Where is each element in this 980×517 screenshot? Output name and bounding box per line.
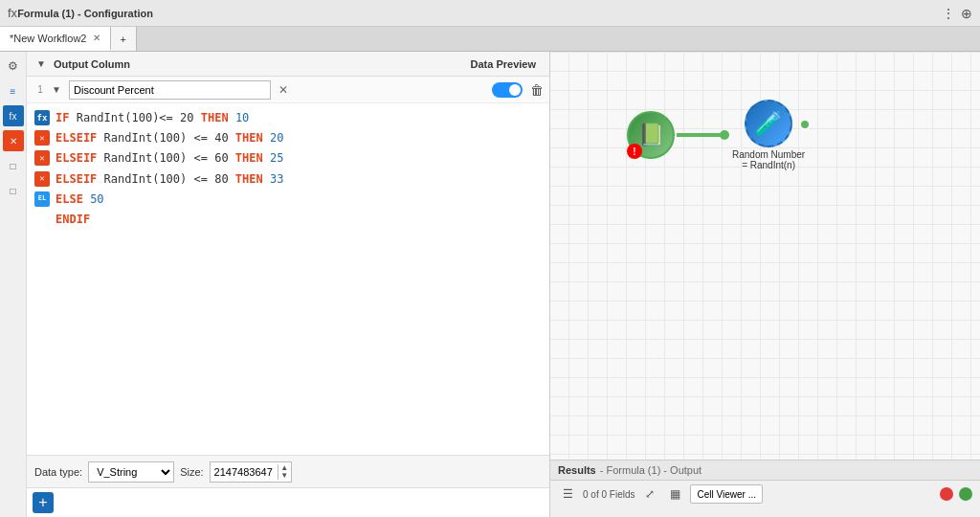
- formula-line-1: fx IF RandInt(100)<= 20 THEN 10: [34, 109, 542, 127]
- formula-code-6: ENDIF: [56, 211, 90, 229]
- connector-line: [677, 133, 724, 137]
- enable-toggle[interactable]: [492, 82, 523, 98]
- tab-label: *New Workflow2: [10, 33, 87, 44]
- else-icon-5: EL: [34, 191, 50, 207]
- dots-icon[interactable]: ⋮: [942, 6, 955, 21]
- node-group: 📗 ! 🧪 Random Number= RandInt(n): [627, 100, 805, 170]
- panel-title: Formula (1) - Configuration: [17, 8, 942, 19]
- bottom-panel: Results - Formula (1) - Output ☰ 0 of 0 …: [550, 460, 980, 517]
- clear-button[interactable]: ✕: [275, 81, 292, 99]
- tab-bar: *New Workflow2 ✕ +: [0, 27, 980, 52]
- x-icon-4: ✕: [34, 171, 50, 187]
- size-input[interactable]: [211, 462, 278, 482]
- connector-dot-right: [720, 130, 729, 140]
- formula-code-3: ELSEIF RandInt(100) <= 60 THEN 25: [56, 149, 283, 168]
- top-bar: fx Formula (1) - Configuration ⋮ ⊕: [0, 0, 980, 27]
- no-icon-6: [34, 212, 50, 227]
- datatype-select[interactable]: V_String Int32 Int64 Double String Date …: [88, 461, 174, 483]
- tab-workflow2[interactable]: *New Workflow2 ✕: [0, 27, 111, 51]
- field-name-input[interactable]: [69, 80, 271, 100]
- cell-viewer-button[interactable]: Cell Viewer ...: [690, 484, 763, 504]
- bottom-toolbar: ☰ 0 of 0 Fields ⤢ ▦ Cell Viewer ...: [550, 481, 980, 507]
- fx-icon-1: fx: [34, 110, 50, 125]
- status-green-icon: [959, 487, 972, 501]
- fields-count: 0 of 0 Fields: [583, 489, 635, 500]
- left-panel: ⚙ ≡ fx ✕ □ □ ▼ Output Column Data Previe…: [0, 52, 550, 517]
- input-row: 1 ▼ ✕ 🗑: [27, 77, 549, 103]
- input-toggle[interactable]: ▼: [52, 84, 65, 95]
- bottom-panel-header: Results - Formula (1) - Output: [550, 461, 980, 481]
- main-layout: ⚙ ≡ fx ✕ □ □ ▼ Output Column Data Previe…: [0, 52, 980, 517]
- formula-panel: ▼ Output Column Data Preview 1 ▼ ✕ 🗑: [27, 52, 549, 517]
- delete-icon[interactable]: 🗑: [530, 82, 544, 98]
- size-label: Size:: [180, 466, 203, 478]
- canvas-area[interactable]: 📗 ! 🧪 Random Number= RandInt(n): [550, 52, 980, 460]
- sidebar-box1-icon[interactable]: □: [3, 155, 24, 176]
- formula-line-4: ✕ ELSEIF RandInt(100) <= 80 THEN 33: [34, 170, 542, 189]
- formula-code-5: ELSE 50: [56, 191, 104, 209]
- tab-add-label: +: [121, 34, 126, 45]
- sidebar-x-icon[interactable]: ✕: [3, 130, 24, 151]
- formula-line-6: ENDIF: [34, 211, 542, 229]
- x-icon-2: ✕: [34, 130, 50, 146]
- right-panel-inner: 📗 ! 🧪 Random Number= RandInt(n): [550, 52, 980, 517]
- sidebar-box2-icon[interactable]: □: [3, 180, 24, 201]
- formula-editor[interactable]: fx IF RandInt(100)<= 20 THEN 10 ✕ ELSEIF…: [27, 103, 549, 455]
- formula-code-4: ELSEIF RandInt(100) <= 80 THEN 33: [56, 170, 283, 189]
- formula-line-3: ✕ ELSEIF RandInt(100) <= 60 THEN 25: [34, 149, 542, 168]
- formula-node-label: Random Number= RandInt(n): [732, 149, 805, 170]
- datatype-label: Data type:: [34, 466, 82, 478]
- datatype-row: Data type: V_String Int32 Int64 Double S…: [27, 455, 549, 487]
- add-btn-row: +: [27, 487, 549, 517]
- node-error-badge: !: [627, 144, 642, 159]
- formula-code-2: ELSEIF RandInt(100) <= 40 THEN 20: [56, 129, 283, 147]
- status-red-icon: [940, 487, 953, 501]
- sidebar-strip: ⚙ ≡ fx ✕ □ □: [0, 52, 27, 517]
- tab-close-icon[interactable]: ✕: [93, 33, 100, 43]
- column-header-row: ▼ Output Column Data Preview: [27, 52, 549, 77]
- x-icon-3: ✕: [34, 150, 50, 166]
- row-number: 1: [33, 84, 48, 95]
- results-title: Results: [558, 464, 596, 476]
- results-filter-icon[interactable]: ▦: [665, 484, 684, 504]
- formula-icon: fx: [8, 6, 17, 20]
- right-panel: 📗 ! 🧪 Random Number= RandInt(n): [550, 52, 980, 517]
- pin-icon[interactable]: ⊕: [961, 6, 972, 21]
- size-spinners: ▲ ▼: [278, 464, 291, 480]
- column-header-label: Output Column: [50, 58, 471, 70]
- results-subtitle: - Formula (1) - Output: [600, 464, 702, 476]
- formula-node-icon: 🧪: [745, 100, 792, 147]
- node-output-dot: [799, 119, 811, 130]
- input-node[interactable]: 📗 !: [627, 111, 675, 159]
- formula-line-2: ✕ ELSEIF RandInt(100) <= 40 THEN 20: [34, 129, 542, 147]
- content-area: ⚙ ≡ fx ✕ □ □ ▼ Output Column Data Previe…: [0, 52, 549, 517]
- preview-header-label: Data Preview: [471, 58, 536, 70]
- formula-node[interactable]: 🧪 Random Number= RandInt(n): [732, 100, 805, 170]
- results-expand-icon[interactable]: ⤢: [640, 484, 659, 504]
- size-input-wrap: ▲ ▼: [210, 461, 292, 483]
- results-list-icon[interactable]: ☰: [558, 484, 577, 504]
- tab-add[interactable]: +: [111, 27, 137, 51]
- sidebar-row-icon[interactable]: ≡: [3, 80, 24, 101]
- formula-code-1: IF RandInt(100)<= 20 THEN 10: [56, 109, 249, 127]
- col-toggle[interactable]: ▼: [33, 56, 50, 73]
- top-bar-actions: ⋮ ⊕: [942, 6, 972, 21]
- add-formula-button[interactable]: +: [33, 492, 54, 513]
- sidebar-gear-icon[interactable]: ⚙: [3, 56, 24, 77]
- formula-line-5: EL ELSE 50: [34, 191, 542, 209]
- sidebar-fx-icon[interactable]: fx: [3, 105, 24, 126]
- size-down-btn[interactable]: ▼: [278, 472, 291, 480]
